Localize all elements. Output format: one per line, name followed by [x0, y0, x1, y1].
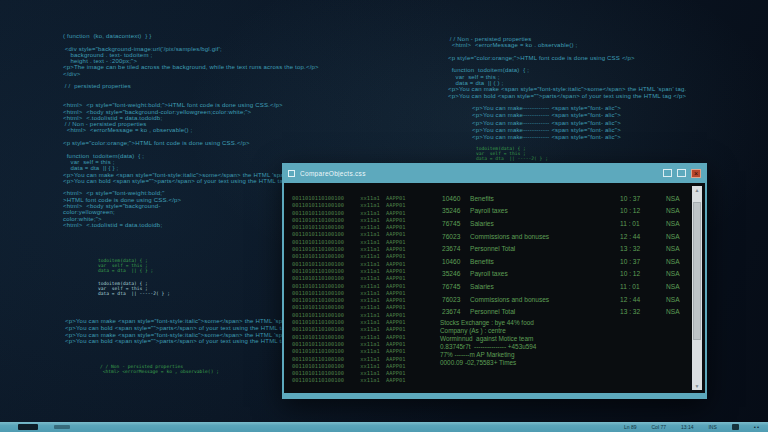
- fin-label: Commissions and bonuses: [470, 233, 620, 240]
- minimize-button[interactable]: [663, 169, 672, 177]
- tray-icon[interactable]: [732, 424, 739, 430]
- binary-row: 0011010110100100 xx11a1 AAPP01: [292, 370, 406, 377]
- close-button[interactable]: ×: [691, 169, 701, 178]
- binary-row: 0011010110100100 xx11a1 AAPP01: [292, 319, 406, 326]
- bg-code-right-green: todoitem(data) { ;var self = this ;data …: [476, 146, 548, 162]
- code-line: <p>You can bold <span style="">parts</sp…: [63, 178, 319, 184]
- code-line: <p>You can make------------ <span style=…: [472, 112, 621, 119]
- window-icon: [288, 170, 295, 177]
- code-line: Worminnud against Motice team: [440, 335, 536, 343]
- table-row: 23674Personnel Total13 : 32NSA: [442, 305, 694, 318]
- binary-column: 0011010110100100 xx11a1 AAPP010011010110…: [292, 195, 406, 385]
- scrollbar[interactable]: ▲ ▼: [692, 186, 702, 390]
- code-line: <p>You can make------------ <span style=…: [472, 120, 621, 127]
- fin-agency: NSA: [666, 258, 694, 265]
- code-line: <html> <.todolistid = data.todoidb;: [63, 222, 319, 228]
- code-line: <p>You can make <span style="font-style:…: [63, 172, 319, 178]
- status-item: Ln 89: [624, 424, 637, 430]
- fin-time: 10 : 12: [620, 270, 666, 277]
- code-line: <p>You can make------------ <span style=…: [472, 105, 621, 112]
- fin-val: 35246: [442, 270, 470, 277]
- binary-row: 0011010110100100 xx11a1 AAPP01: [292, 261, 406, 268]
- fin-label: Salaries: [470, 220, 620, 227]
- bg-code-green-block-1: todoitem(data) { ;var self = this ;data …: [98, 258, 153, 274]
- binary-row: 0011010110100100 xx11a1 AAPP01: [292, 231, 406, 238]
- binary-row: 0011010110100100 xx11a1 AAPP01: [292, 312, 406, 319]
- fin-label: Benefits: [470, 258, 620, 265]
- code-line: 77% -------m AP Marketing: [440, 351, 536, 359]
- fin-time: 13 : 32: [620, 308, 666, 315]
- fin-agency: NSA: [666, 308, 694, 315]
- binary-row: 0011010110100100 xx11a1 AAPP01: [292, 217, 406, 224]
- code-line: <p>You can make------------ <span style=…: [472, 127, 621, 134]
- taskbar-start-button[interactable]: [18, 424, 38, 430]
- code-line: <p>You can make <span style="font-style:…: [65, 318, 294, 325]
- binary-row: 0011010110100100 xx11a1 AAPP01: [292, 275, 406, 282]
- fin-agency: NSA: [666, 195, 694, 202]
- taskbar-window-button[interactable]: [54, 425, 70, 429]
- status-item: INS: [708, 424, 716, 430]
- tray-dots-icon[interactable]: ••: [754, 424, 760, 430]
- table-row: 76023Commissions and bonuses12 : 44NSA: [442, 293, 694, 306]
- binary-row: 0011010110100100 xx11a1 AAPP01: [292, 297, 406, 304]
- binary-row: 0011010110100100 xx11a1 AAPP01: [292, 224, 406, 231]
- fin-time: 11 : 01: [620, 283, 666, 290]
- binary-row: 0011010110100100 xx11a1 AAPP01: [292, 239, 406, 246]
- status-item: Col 77: [651, 424, 665, 430]
- window-titlebar[interactable]: CompareObjects.css ×: [282, 163, 707, 183]
- terminal-window: CompareObjects.css × 0011010110100100 xx…: [282, 163, 707, 399]
- code-line: Company (As ) : centre: [440, 327, 536, 335]
- fin-label: Salaries: [470, 283, 620, 290]
- code-line: <p>The image can be tiled across the bac…: [63, 64, 319, 70]
- code-line: data = dta || -----2( } ;: [476, 156, 548, 161]
- fin-agency: NSA: [666, 220, 694, 227]
- bg-code-left-main: ( function (ko, datacontext) } } <div st…: [63, 33, 319, 228]
- fin-time: 12 : 44: [620, 296, 666, 303]
- binary-row: 0011010110100100 xx11a1 AAPP01: [292, 363, 406, 370]
- table-row: 23674Personnel Total13 : 32NSA: [442, 242, 694, 255]
- fin-time: 10 : 12: [620, 207, 666, 214]
- scrollbar-thumb[interactable]: [693, 202, 701, 340]
- bg-code-left-lower: <p>You can make <span style="font-style:…: [65, 318, 294, 345]
- stocks-footer: Stocks Exchange : bye 44% foodCompany (A…: [440, 319, 536, 367]
- code-line: <p>You can make <span style="font-style:…: [448, 86, 686, 92]
- code-line: 0.83745r7t --------------- +453u594: [440, 343, 536, 351]
- bg-code-right-main: / / Non - persisted properties <html> <e…: [448, 36, 686, 99]
- fin-label: Payroll taxes: [470, 207, 620, 214]
- code-line: <p>You can bold <span style="">parts</sp…: [448, 93, 686, 99]
- binary-row: 0011010110100100 xx11a1 AAPP01: [292, 304, 406, 311]
- fin-val: 76745: [442, 220, 470, 227]
- fin-val: 35246: [442, 207, 470, 214]
- binary-row: 0011010110100100 xx11a1 AAPP01: [292, 326, 406, 333]
- binary-row: 0011010110100100 xx11a1 AAPP01: [292, 348, 406, 355]
- code-line: <p>You can make <span style="font-style:…: [65, 332, 294, 339]
- bg-code-light-block: todoitem(data) { ;var self = this ;data …: [98, 281, 170, 297]
- table-row: 35246Payroll taxes10 : 12NSA: [442, 205, 694, 218]
- code-line: <html> <p style="font-weight:bold;">HTML…: [63, 102, 319, 108]
- binary-row: 0011010110100100 xx11a1 AAPP01: [292, 202, 406, 209]
- code-line: <p>You can bold <span style="">parts</sp…: [65, 338, 294, 345]
- binary-row: 0011010110100100 xx11a1 AAPP01: [292, 195, 406, 202]
- binary-row: 0011010110100100 xx11a1 AAPP01: [292, 210, 406, 217]
- scroll-down-icon[interactable]: ▼: [692, 382, 702, 390]
- fin-agency: NSA: [666, 283, 694, 290]
- table-row: 76023Commissions and bonuses12 : 44NSA: [442, 230, 694, 243]
- fin-val: 76023: [442, 233, 470, 240]
- table-row: 10460Benefits10 : 37NSA: [442, 255, 694, 268]
- fin-time: 12 : 44: [620, 233, 666, 240]
- table-row: 10460Benefits10 : 37NSA: [442, 192, 694, 205]
- fin-agency: NSA: [666, 233, 694, 240]
- fin-agency: NSA: [666, 296, 694, 303]
- data-rows: 10460Benefits10 : 37NSA35246Payroll taxe…: [442, 192, 694, 318]
- desktop: ( function (ko, datacontext) } } <div st…: [0, 0, 768, 432]
- binary-row: 0011010110100100 xx11a1 AAPP01: [292, 283, 406, 290]
- scroll-up-icon[interactable]: ▲: [692, 186, 702, 194]
- window-title: CompareObjects.css: [300, 170, 658, 177]
- maximize-button[interactable]: [677, 169, 686, 177]
- taskbar: Ln 89 Col 77 13:14 INS ••: [0, 422, 768, 432]
- code-line: <p>You can make------------ <span style=…: [472, 134, 621, 141]
- fin-val: 10460: [442, 258, 470, 265]
- fin-label: Benefits: [470, 195, 620, 202]
- fin-agency: NSA: [666, 245, 694, 252]
- binary-row: 0011010110100100 xx11a1 AAPP01: [292, 268, 406, 275]
